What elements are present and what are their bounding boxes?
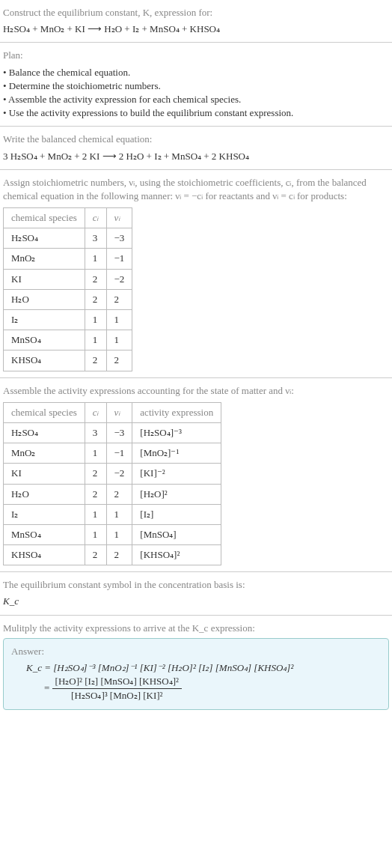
col-vi: νᵢ — [106, 208, 132, 228]
cell-c: 2 — [85, 269, 106, 289]
cell-species: MnO₂ — [4, 249, 85, 269]
answer-eq-prefix: = — [44, 682, 52, 694]
cell-c: 2 — [85, 484, 106, 504]
answer-section: Mulitply the activity expressions to arr… — [0, 616, 392, 716]
cell-c: 2 — [85, 350, 106, 371]
activity-text: Assemble the activity expressions accoun… — [3, 384, 389, 398]
cell-v: 1 — [106, 504, 132, 524]
answer-label: Answer: — [11, 645, 381, 658]
col-ci: cᵢ — [85, 208, 106, 228]
balanced-equation: 3 H₂SO₄ + MnO₂ + 2 KI ⟶ 2 H₂O + I₂ + MnS… — [3, 150, 389, 163]
cell-act: [I₂] — [132, 504, 221, 524]
cell-species: KI — [4, 464, 85, 484]
table-header-row: chemical species cᵢ νᵢ activity expressi… — [4, 402, 221, 422]
cell-act: [MnO₂]⁻¹ — [132, 443, 221, 464]
cell-species: KI — [4, 269, 85, 289]
multiply-text: Mulitply the activity expressions to arr… — [3, 622, 389, 635]
table-row: KI2−2[KI]⁻² — [4, 464, 221, 484]
plan-item: Use the activity expressions to build th… — [3, 106, 389, 120]
plan-item: Determine the stoichiometric numbers. — [3, 79, 389, 93]
cell-c: 2 — [85, 464, 106, 484]
cell-c: 1 — [85, 504, 106, 524]
plan-item: Assemble the activity expression for eac… — [3, 93, 389, 106]
cell-c: 1 — [85, 443, 106, 464]
cell-v: 2 — [106, 484, 132, 504]
symbol-section: The equilibrium constant symbol in the c… — [0, 572, 392, 615]
cell-species: H₂O — [4, 289, 85, 309]
cell-species: MnO₂ — [4, 443, 85, 464]
activity-section: Assemble the activity expressions accoun… — [0, 378, 392, 573]
cell-v: 2 — [106, 545, 132, 565]
cell-act: [KHSO₄]² — [132, 545, 221, 565]
cell-species: KHSO₄ — [4, 545, 85, 565]
table-row: KI2−2 — [4, 269, 132, 289]
stoich-table: chemical species cᵢ νᵢ H₂SO₄3−3 MnO₂1−1 … — [3, 207, 132, 371]
col-ci: cᵢ — [85, 402, 106, 422]
cell-act: [H₂SO₄]⁻³ — [132, 422, 221, 443]
cell-species: I₂ — [4, 504, 85, 524]
col-species: chemical species — [4, 402, 85, 422]
cell-act: [KI]⁻² — [132, 464, 221, 484]
answer-frac-num: [H₂O]² [I₂] [MnSO₄] [KHSO₄]² — [52, 675, 182, 689]
answer-frac-den: [H₂SO₄]³ [MnO₂] [KI]² — [52, 689, 182, 702]
plan-heading: Plan: — [3, 49, 389, 62]
col-activity: activity expression — [132, 402, 221, 422]
plan-list: Balance the chemical equation. Determine… — [3, 66, 389, 121]
stoich-section: Assign stoichiometric numbers, νᵢ, using… — [0, 170, 392, 378]
intro-heading: Construct the equilibrium constant, K, e… — [3, 6, 389, 19]
cell-v: −1 — [106, 249, 132, 269]
table-row: H₂SO₄3−3 — [4, 228, 132, 249]
cell-v: −2 — [106, 269, 132, 289]
cell-c: 1 — [85, 524, 106, 544]
cell-v: −3 — [106, 422, 132, 443]
table-row: I₂11[I₂] — [4, 504, 221, 524]
table-row: KHSO₄22[KHSO₄]² — [4, 545, 221, 565]
table-row: MnSO₄11[MnSO₄] — [4, 524, 221, 544]
cell-species: MnSO₄ — [4, 524, 85, 544]
cell-v: 1 — [106, 330, 132, 350]
cell-c: 1 — [85, 310, 106, 330]
table-row: MnSO₄11 — [4, 330, 132, 350]
cell-species: H₂SO₄ — [4, 422, 85, 443]
table-row: KHSO₄22 — [4, 350, 132, 371]
cell-species: H₂SO₄ — [4, 228, 85, 249]
table-row: MnO₂1−1[MnO₂]⁻¹ — [4, 443, 221, 464]
cell-act: [MnSO₄] — [132, 524, 221, 544]
table-row: H₂O22[H₂O]² — [4, 484, 221, 504]
cell-v: −3 — [106, 228, 132, 249]
activity-table: chemical species cᵢ νᵢ activity expressi… — [3, 402, 221, 566]
cell-v: 2 — [106, 289, 132, 309]
table-row: MnO₂1−1 — [4, 249, 132, 269]
plan-item: Balance the chemical equation. — [3, 66, 389, 79]
answer-line1: K_c = [H₂SO₄]⁻³ [MnO₂]⁻¹ [KI]⁻² [H₂O]² [… — [26, 661, 381, 675]
intro-equation: H₂SO₄ + MnO₂ + KI ⟶ H₂O + I₂ + MnSO₄ + K… — [3, 22, 389, 36]
cell-v: 1 — [106, 310, 132, 330]
answer-box: Answer: K_c = [H₂SO₄]⁻³ [MnO₂]⁻¹ [KI]⁻² … — [3, 638, 389, 710]
cell-v: 1 — [106, 524, 132, 544]
cell-species: H₂O — [4, 484, 85, 504]
plan-section: Plan: Balance the chemical equation. Det… — [0, 43, 392, 127]
cell-c: 2 — [85, 545, 106, 565]
cell-c: 3 — [85, 228, 106, 249]
cell-c: 3 — [85, 422, 106, 443]
stoich-text: Assign stoichiometric numbers, νᵢ, using… — [3, 176, 389, 203]
cell-c: 1 — [85, 249, 106, 269]
cell-species: KHSO₄ — [4, 350, 85, 371]
col-vi: νᵢ — [106, 402, 132, 422]
answer-line2: = [H₂O]² [I₂] [MnSO₄] [KHSO₄]² [H₂SO₄]³ … — [44, 675, 381, 702]
table-header-row: chemical species cᵢ νᵢ — [4, 208, 132, 228]
col-species: chemical species — [4, 208, 85, 228]
cell-species: I₂ — [4, 310, 85, 330]
kc-symbol: K_c — [3, 595, 389, 608]
answer-expression-1: K_c = [H₂SO₄]⁻³ [MnO₂]⁻¹ [KI]⁻² [H₂O]² [… — [26, 662, 293, 673]
cell-species: MnSO₄ — [4, 330, 85, 350]
cell-v: −1 — [106, 443, 132, 464]
table-row: I₂11 — [4, 310, 132, 330]
table-row: H₂O22 — [4, 289, 132, 309]
balanced-section: Write the balanced chemical equation: 3 … — [0, 127, 392, 169]
symbol-text: The equilibrium constant symbol in the c… — [3, 578, 389, 592]
balanced-heading: Write the balanced chemical equation: — [3, 133, 389, 146]
table-row: H₂SO₄3−3[H₂SO₄]⁻³ — [4, 422, 221, 443]
cell-c: 1 — [85, 330, 106, 350]
cell-act: [H₂O]² — [132, 484, 221, 504]
